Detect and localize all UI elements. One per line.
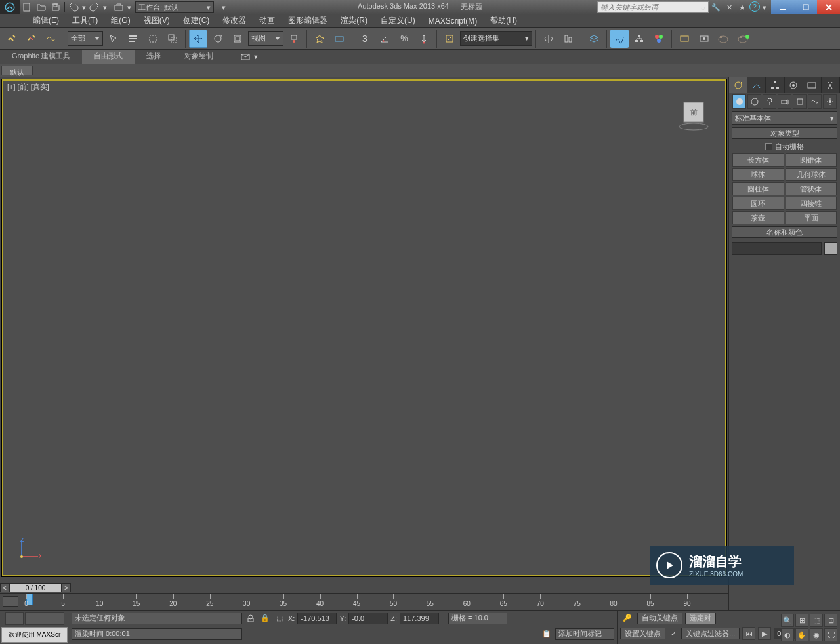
maximize-button[interactable] bbox=[794, 0, 817, 14]
open-icon[interactable] bbox=[34, 0, 49, 14]
rollout-name-color[interactable]: -名称和颜色 bbox=[732, 226, 837, 238]
selset-button[interactable]: 选定对 bbox=[685, 613, 716, 624]
obj-sphere-button[interactable]: 球体 bbox=[732, 168, 784, 181]
menu-modifiers[interactable]: 修改器 bbox=[216, 14, 253, 27]
minimize-button[interactable] bbox=[771, 0, 794, 14]
cp-tab-display-icon[interactable] bbox=[803, 77, 822, 93]
cat-helpers-icon[interactable] bbox=[793, 94, 807, 109]
workspace-selector[interactable]: 工作台: 默认▾ bbox=[135, 1, 214, 13]
selection-set-combo[interactable]: 创建选择集▾ bbox=[460, 31, 532, 46]
obj-teapot-button[interactable]: 茶壶 bbox=[732, 211, 784, 224]
autokey-button[interactable]: 自动关键点 bbox=[637, 613, 682, 624]
timeline-next-button[interactable]: > bbox=[62, 583, 71, 592]
lock-selection-icon[interactable] bbox=[245, 613, 257, 624]
obj-plane-button[interactable]: 平面 bbox=[786, 211, 837, 224]
menu-animation[interactable]: 动画 bbox=[253, 14, 282, 27]
obj-cylinder-button[interactable]: 圆柱体 bbox=[732, 182, 784, 195]
obj-cone-button[interactable]: 圆锥体 bbox=[786, 153, 837, 167]
object-name-input[interactable] bbox=[732, 242, 822, 255]
script-mini-icon[interactable] bbox=[25, 612, 64, 625]
zoom-all-icon[interactable]: ⊞ bbox=[795, 614, 808, 627]
obj-box-button[interactable]: 长方体 bbox=[732, 153, 784, 167]
app-menu-icon[interactable] bbox=[0, 0, 20, 14]
close-button[interactable] bbox=[817, 0, 840, 14]
play-icon[interactable]: ▶ bbox=[758, 627, 771, 640]
script-welcome-button[interactable]: 欢迎使用 MAXScr bbox=[1, 627, 68, 643]
menu-customize[interactable]: 自定义(U) bbox=[374, 14, 422, 27]
menu-help[interactable]: 帮助(H) bbox=[484, 14, 524, 27]
redo-icon[interactable] bbox=[87, 0, 102, 14]
key-icon[interactable]: 🔧 bbox=[710, 1, 722, 13]
workspace-menu-icon[interactable]: ▾ bbox=[217, 0, 231, 14]
menu-edit[interactable]: 编辑(E) bbox=[26, 14, 66, 27]
ribbon-tab-freeform[interactable]: 自由形式 bbox=[82, 50, 135, 64]
track-toggle-icon[interactable] bbox=[3, 596, 18, 607]
time-ruler[interactable]: 051015202530354045505560657075808590 bbox=[0, 593, 728, 610]
render-last-icon[interactable] bbox=[734, 30, 753, 48]
geometry-type-dropdown[interactable]: 标准基本体▾ bbox=[732, 111, 837, 125]
viewport[interactable]: [+] [前] [真实] 前 zx bbox=[1, 79, 727, 577]
obj-torus-button[interactable]: 圆环 bbox=[732, 197, 784, 210]
zoom-icon[interactable]: 🔍 bbox=[781, 614, 794, 627]
script-listener-icon[interactable] bbox=[5, 612, 24, 625]
viewport-label[interactable]: [+] [前] [真实] bbox=[7, 82, 49, 92]
spinner-snap-icon[interactable] bbox=[415, 30, 433, 48]
curve-editor-icon[interactable] bbox=[610, 30, 629, 48]
select-object-icon[interactable] bbox=[104, 30, 123, 48]
angle-snap-icon[interactable] bbox=[375, 30, 394, 48]
named-sel-edit-icon[interactable] bbox=[440, 30, 459, 48]
cp-tab-motion-icon[interactable] bbox=[785, 77, 803, 93]
key-icon2[interactable]: 🔑 bbox=[620, 609, 635, 628]
mirror-icon[interactable] bbox=[539, 30, 558, 48]
select-region-rect-icon[interactable] bbox=[144, 30, 162, 48]
obj-pyramid-button[interactable]: 四棱锥 bbox=[786, 197, 837, 210]
keyboard-shortcut-icon[interactable] bbox=[330, 30, 348, 48]
pan-icon[interactable]: ✋ bbox=[795, 628, 808, 641]
favorites-icon[interactable]: ★ bbox=[736, 1, 748, 13]
timeline-prev-button[interactable]: < bbox=[0, 583, 9, 592]
ribbon-mail-icon[interactable] bbox=[238, 51, 253, 63]
render-production-icon[interactable] bbox=[715, 30, 733, 48]
selection-filter-combo[interactable]: 全部 bbox=[68, 31, 103, 46]
new-icon[interactable] bbox=[20, 0, 34, 14]
goto-start-icon[interactable]: ⏮ bbox=[742, 627, 755, 640]
obj-geosphere-button[interactable]: 几何球体 bbox=[786, 168, 837, 181]
help-dropdown-icon[interactable]: ▾ bbox=[761, 1, 768, 13]
menu-tools[interactable]: 工具(T) bbox=[66, 14, 104, 27]
material-editor-icon[interactable] bbox=[650, 30, 668, 48]
setkey-button[interactable]: 设置关键点 bbox=[620, 628, 665, 639]
rotate-icon[interactable] bbox=[209, 30, 227, 48]
autogrid-checkbox[interactable]: 自动栅格 bbox=[729, 140, 840, 153]
undo-icon[interactable] bbox=[66, 0, 81, 14]
z-coord-field[interactable]: 117.399 bbox=[400, 613, 439, 624]
schematic-view-icon[interactable] bbox=[630, 30, 648, 48]
scale-icon[interactable] bbox=[228, 30, 247, 48]
layers-icon[interactable] bbox=[585, 30, 603, 48]
unlink-icon[interactable] bbox=[22, 30, 41, 48]
cat-cameras-icon[interactable] bbox=[778, 94, 791, 109]
keyfilter-btn-icon[interactable]: ✓ bbox=[668, 624, 679, 643]
search-input[interactable] bbox=[597, 1, 709, 13]
viewcube[interactable]: 前 bbox=[674, 92, 713, 132]
menu-views[interactable]: 视图(V) bbox=[137, 14, 177, 27]
undo-dropdown-icon[interactable]: ▾ bbox=[81, 0, 87, 14]
zoom-extents-icon[interactable]: ⬚ bbox=[810, 614, 823, 627]
y-coord-field[interactable]: -0.0 bbox=[348, 613, 388, 624]
manipulate-icon[interactable] bbox=[310, 30, 329, 48]
cp-tab-modify-icon[interactable] bbox=[747, 77, 766, 93]
project-dropdown-icon[interactable]: ▾ bbox=[126, 0, 133, 14]
render-setup-icon[interactable] bbox=[675, 30, 694, 48]
link-icon[interactable] bbox=[3, 30, 21, 48]
keyfilter-button[interactable]: 关键点过滤器... bbox=[681, 628, 740, 639]
timeline-slider[interactable]: 0 / 100 bbox=[9, 583, 62, 592]
menu-group[interactable]: 组(G) bbox=[104, 14, 136, 27]
project-icon[interactable] bbox=[112, 0, 126, 14]
cat-geometry-icon[interactable] bbox=[732, 94, 746, 109]
sel-lock-icon[interactable]: ⬚ bbox=[274, 613, 285, 624]
cat-lights-icon[interactable] bbox=[763, 94, 776, 109]
object-color-swatch[interactable] bbox=[824, 242, 837, 255]
menu-grapheditors[interactable]: 图形编辑器 bbox=[282, 14, 334, 27]
redo-dropdown-icon[interactable]: ▾ bbox=[102, 0, 108, 14]
cp-tab-create-icon[interactable] bbox=[729, 77, 747, 93]
ribbon-tab-objectpaint[interactable]: 对象绘制 bbox=[173, 50, 225, 64]
